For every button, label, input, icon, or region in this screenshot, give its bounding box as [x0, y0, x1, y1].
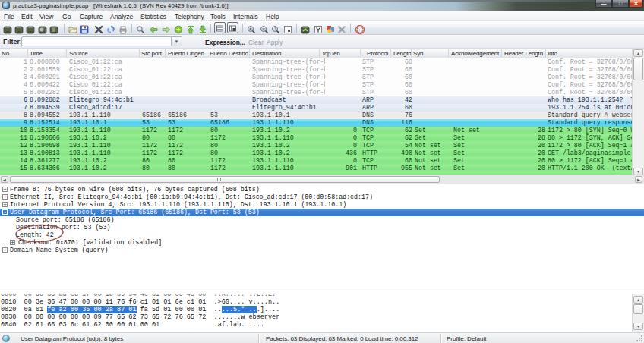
svg-text:1: 1 [274, 27, 276, 31]
